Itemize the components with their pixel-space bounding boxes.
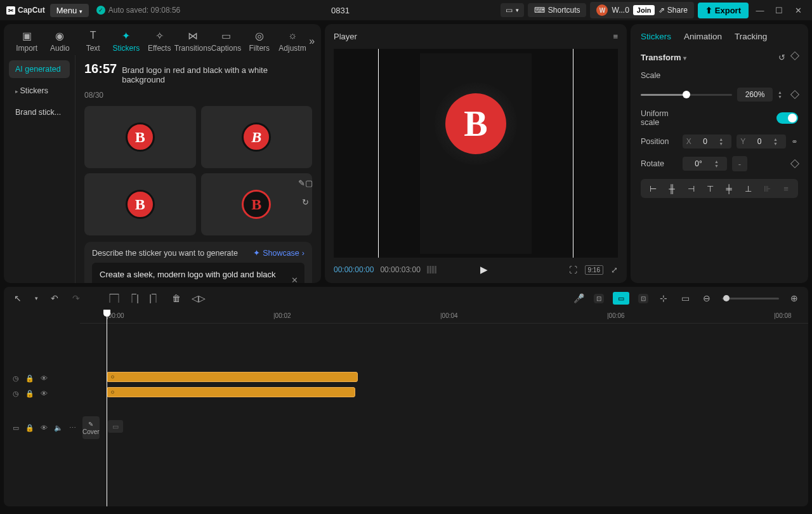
more-icon[interactable]: ⋯ bbox=[69, 424, 76, 432]
result-1[interactable]: B bbox=[84, 106, 196, 168]
scale-stepper[interactable]: ▲▼ bbox=[778, 90, 787, 99]
marker-icon[interactable]: ⊹ bbox=[657, 293, 670, 303]
tab-effects[interactable]: ✧Effects bbox=[143, 29, 176, 53]
player-title: Player bbox=[334, 32, 357, 41]
split-left[interactable]: ⎾| bbox=[127, 293, 140, 303]
scale-slider[interactable] bbox=[641, 94, 732, 96]
tab-captions[interactable]: ▭Captions bbox=[209, 29, 242, 53]
prompt-input[interactable]: Create a sleek, modern logo with gold an… bbox=[92, 263, 304, 283]
result-4[interactable]: B bbox=[201, 173, 313, 235]
edit-icon[interactable]: ✎▢ bbox=[298, 176, 312, 190]
delete-tool[interactable]: 🗑 bbox=[170, 293, 183, 303]
clock-icon[interactable]: ◷ bbox=[13, 374, 19, 383]
zoom-out[interactable]: ⊖ bbox=[700, 293, 713, 303]
fullscreen-icon[interactable]: ⤢ bbox=[611, 265, 618, 275]
clip-1[interactable] bbox=[107, 372, 358, 382]
aspect-dropdown[interactable]: ▭ ▾ bbox=[501, 3, 524, 17]
rotate-label: Rotate bbox=[641, 159, 678, 168]
rotate-value[interactable]: 0°▲▼ bbox=[683, 157, 727, 171]
preview-icon[interactable]: ▭ bbox=[679, 293, 691, 303]
mic-icon[interactable]: 🎤 bbox=[572, 293, 585, 303]
scale-value[interactable]: 260% bbox=[737, 88, 773, 102]
video-placeholder[interactable]: ▭ bbox=[108, 420, 123, 433]
zoom-slider[interactable] bbox=[722, 298, 779, 300]
video-icon[interactable]: ▭ bbox=[13, 424, 19, 432]
sidebar-item-brand[interactable]: Brand stick... bbox=[9, 103, 70, 121]
scale-keyframe[interactable] bbox=[790, 90, 799, 99]
snap-button-1[interactable]: ⊡ bbox=[594, 294, 604, 303]
sidebar-item-stickers[interactable]: ▸ Stickers bbox=[9, 82, 70, 100]
snap-button-3[interactable]: ⊡ bbox=[638, 294, 648, 303]
timecode-total: 00:00:03:00 bbox=[380, 265, 420, 274]
tab-adjustment[interactable]: ☼Adjustm bbox=[276, 29, 309, 53]
join-badge[interactable]: Join bbox=[633, 5, 655, 15]
shortcuts-button[interactable]: ⌨ Shortcuts bbox=[528, 3, 587, 17]
crop-icon[interactable]: ⛶ bbox=[569, 265, 577, 275]
tab-filters[interactable]: ◎Filters bbox=[243, 29, 276, 53]
undo-button[interactable]: ↶ bbox=[48, 293, 61, 303]
rotate-keyframe[interactable] bbox=[790, 159, 799, 168]
tab-transitions[interactable]: ⋈Transitions bbox=[176, 29, 209, 53]
align-bottom[interactable]: ⊥ bbox=[738, 181, 757, 195]
tab-text[interactable]: TText bbox=[77, 29, 110, 53]
sidebar-item-ai[interactable]: AI generated bbox=[9, 60, 70, 78]
split-right[interactable]: |⏋ bbox=[148, 293, 161, 303]
player-canvas[interactable]: B bbox=[334, 49, 618, 258]
export-button[interactable]: ⬆ Export bbox=[698, 3, 749, 18]
align-left[interactable]: ⊢ bbox=[643, 181, 662, 195]
align-top[interactable]: ⊤ bbox=[700, 181, 719, 195]
more-tabs-button[interactable]: » bbox=[309, 36, 315, 47]
refresh-icon[interactable]: ↻ bbox=[298, 195, 312, 209]
lock-icon[interactable]: 🔒 bbox=[25, 390, 34, 398]
split-tool[interactable]: ⎾⏋ bbox=[105, 293, 118, 303]
pointer-tool[interactable]: ↖ bbox=[11, 293, 24, 303]
result-2[interactable]: B bbox=[201, 106, 313, 168]
position-x[interactable]: X0▲▼ bbox=[683, 135, 732, 148]
rtab-tracking[interactable]: Tracking bbox=[735, 32, 767, 41]
reset-icon[interactable]: ↺ bbox=[778, 53, 785, 62]
shuffle-icon[interactable]: ✕ bbox=[291, 275, 298, 283]
align-hcenter[interactable]: ╫ bbox=[662, 181, 681, 195]
clock-icon[interactable]: ◷ bbox=[13, 390, 19, 398]
share-button[interactable]: ⇗ Share bbox=[658, 6, 687, 15]
zoom-in[interactable]: ⊕ bbox=[788, 293, 801, 303]
eye-icon[interactable]: 👁 bbox=[41, 424, 48, 432]
mute-icon[interactable]: 🔈 bbox=[54, 424, 63, 432]
align-right[interactable]: ⊣ bbox=[681, 181, 700, 195]
showcase-link[interactable]: ✦ Showcase › bbox=[253, 248, 304, 258]
result-3[interactable]: B bbox=[84, 173, 196, 235]
dist-h: ⊪ bbox=[757, 181, 776, 195]
eye-icon[interactable]: 👁 bbox=[41, 374, 48, 382]
tab-audio[interactable]: ◉Audio bbox=[43, 29, 76, 53]
play-button[interactable]: ▶ bbox=[480, 264, 488, 275]
pointer-dropdown[interactable]: ▾ bbox=[33, 295, 39, 301]
clip-2[interactable] bbox=[107, 387, 355, 397]
tab-import[interactable]: ▣Import bbox=[10, 29, 43, 53]
align-vcenter[interactable]: ╪ bbox=[719, 181, 738, 195]
lock-icon[interactable]: 🔒 bbox=[25, 424, 34, 432]
project-title: 0831 bbox=[185, 6, 495, 15]
redo-button[interactable]: ↷ bbox=[70, 293, 82, 303]
menu-button[interactable]: Menu ▾ bbox=[50, 4, 89, 17]
ratio-button[interactable]: 9:16 bbox=[585, 265, 603, 275]
timeline-ruler[interactable]: |00:00 |00:02 |00:04 |00:06 |00:08 bbox=[80, 310, 808, 324]
lock-icon[interactable]: 🔒 bbox=[25, 374, 34, 383]
text-icon: T bbox=[87, 29, 100, 42]
playhead[interactable] bbox=[107, 310, 107, 506]
flip-button[interactable]: - bbox=[732, 156, 747, 171]
link-icon[interactable]: ⚭ bbox=[791, 137, 798, 147]
mirror-tool[interactable]: ◁▷ bbox=[192, 293, 204, 303]
maximize-button[interactable]: ☐ bbox=[771, 6, 787, 15]
snap-button-2[interactable]: ▭ bbox=[613, 292, 629, 305]
close-button[interactable]: ✕ bbox=[790, 6, 806, 15]
eye-icon[interactable]: 👁 bbox=[41, 390, 48, 397]
tab-stickers[interactable]: ✦Stickers bbox=[110, 29, 143, 53]
rtab-animation[interactable]: Animation bbox=[684, 32, 722, 41]
minimize-button[interactable]: — bbox=[752, 6, 768, 15]
position-y[interactable]: Y0▲▼ bbox=[737, 135, 786, 148]
user-menu[interactable]: W W...0 Join ⇗ Share bbox=[590, 2, 693, 18]
rtab-stickers[interactable]: Stickers bbox=[641, 32, 671, 41]
player-menu-icon[interactable]: ≡ bbox=[613, 32, 618, 41]
uniform-toggle[interactable] bbox=[776, 112, 798, 124]
keyframe-icon[interactable] bbox=[790, 51, 799, 60]
